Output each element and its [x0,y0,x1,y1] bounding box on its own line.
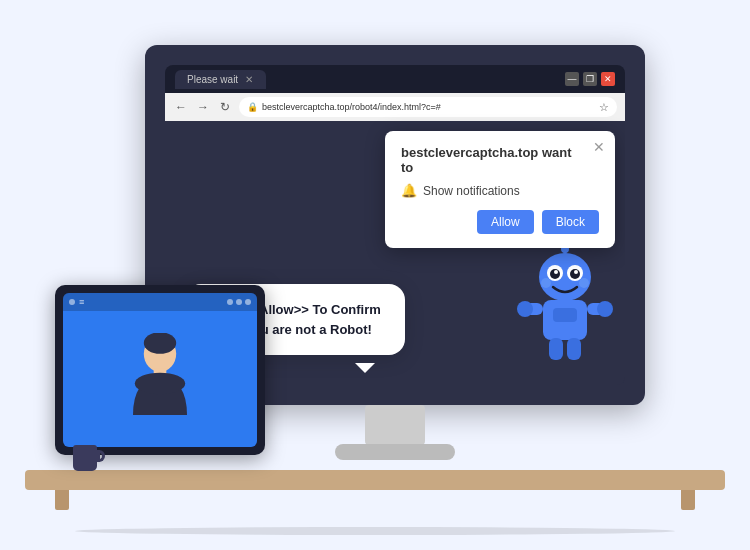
small-monitor-titlebar: ≡ [63,293,257,311]
popup-buttons: Allow Block [401,210,599,234]
svg-rect-12 [553,308,577,322]
svg-point-8 [574,270,578,274]
popup-close-button[interactable]: ✕ [593,139,605,155]
large-monitor-stand [365,405,425,445]
svg-rect-17 [549,338,563,360]
popup-notification-row: 🔔 Show notifications [401,183,599,198]
browser-tab[interactable]: Please wait ✕ [175,70,266,89]
window-controls: — ❐ ✕ [565,72,615,86]
close-button[interactable]: ✕ [601,72,615,86]
scene-wrapper: Please wait ✕ — ❐ ✕ ← → ↻ 🔒 bestcleverca… [25,15,725,535]
address-bar[interactable]: 🔒 bestclevercaptcha.top/robot4/index.htm… [239,97,617,117]
refresh-button[interactable]: ↻ [217,99,233,115]
svg-point-2 [539,253,591,301]
svg-point-7 [554,270,558,274]
browser-toolbar: ← → ↻ 🔒 bestclevercaptcha.top/robot4/ind… [165,93,625,121]
sm-dot-4 [245,299,251,305]
star-icon: ☆ [599,101,609,114]
popup-title: bestclevercaptcha.top want to [401,145,599,175]
svg-point-16 [597,301,613,317]
forward-button[interactable]: → [195,99,211,115]
svg-rect-18 [567,338,581,360]
large-monitor-base [335,444,455,460]
svg-point-10 [579,278,589,288]
allow-button[interactable]: Allow [477,210,534,234]
svg-point-20 [144,333,176,354]
popup-notification-text: Show notifications [423,184,520,198]
small-monitor-screen: ≡ [63,293,257,447]
lock-icon: 🔒 [247,102,258,112]
notification-popup: ✕ bestclevercaptcha.top want to 🔔 Show n… [385,131,615,248]
small-monitor: ≡ [55,285,265,455]
tab-area: Please wait ✕ [175,70,559,89]
mug-handle [97,450,105,462]
block-button[interactable]: Block [542,210,599,234]
svg-point-9 [541,278,551,288]
desk [25,470,725,490]
svg-point-22 [135,373,185,395]
robot-figure [515,245,615,365]
mug [73,445,97,471]
tab-label: Please wait [187,74,238,85]
sm-dot-1 [69,299,75,305]
sm-dot-3 [236,299,242,305]
tab-close-button[interactable]: ✕ [244,74,254,84]
person-svg [115,333,205,443]
sm-hamburger-icon: ≡ [79,297,84,307]
svg-point-14 [517,301,533,317]
bell-icon: 🔔 [401,183,417,198]
address-text: bestclevercaptcha.top/robot4/index.html?… [262,102,441,112]
maximize-button[interactable]: ❐ [583,72,597,86]
back-button[interactable]: ← [173,99,189,115]
floor-shadow [75,527,675,535]
sm-dot-2 [227,299,233,305]
sm-person-container [63,311,257,447]
browser-titlebar: Please wait ✕ — ❐ ✕ [165,65,625,93]
sm-dots-right [227,299,251,305]
minimize-button[interactable]: — [565,72,579,86]
